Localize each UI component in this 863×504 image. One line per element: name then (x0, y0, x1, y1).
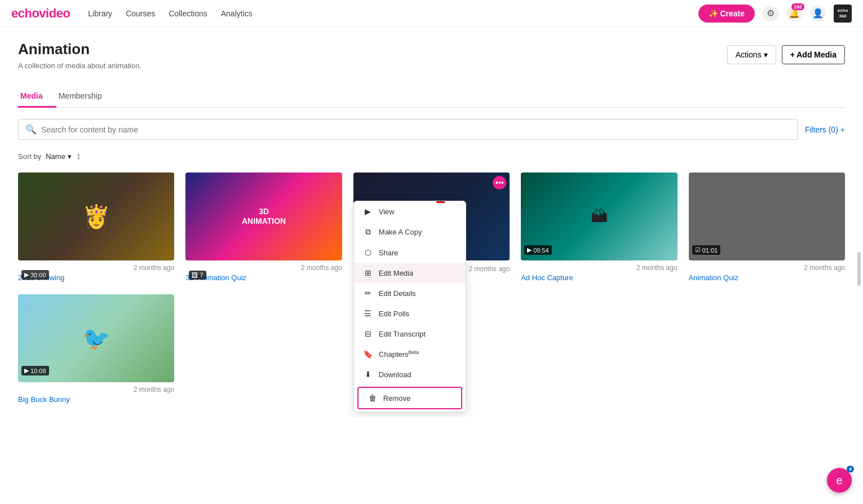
actions-button[interactable]: Actions ▾ (727, 45, 776, 64)
nav-links: Library Courses Collections Analytics (88, 9, 252, 18)
sort-value: Name (46, 152, 65, 161)
menu-label-download: Download (379, 370, 411, 379)
settings-icon[interactable]: ⚙ (763, 6, 778, 21)
menu-item-share[interactable]: ⬡ Share (354, 242, 466, 263)
share-icon: ⬡ (363, 248, 373, 257)
edit-details-icon: ✏ (363, 289, 373, 298)
media-card-5: ☑ 01:01 2 months ago Animation Quiz (689, 173, 845, 283)
media-name-6[interactable]: Big Buck Bunny (18, 395, 174, 404)
media-time-2: 2 months ago (185, 264, 342, 272)
menu-item-view[interactable]: ▶ View (354, 201, 466, 222)
notification-badge: 192 (791, 3, 804, 10)
menu-item-chapters[interactable]: 🔖 ChaptersBeta (354, 344, 466, 364)
chapters-icon: 🔖 (363, 350, 373, 359)
filters-label: Filters (0) (805, 125, 838, 134)
edit-transcript-icon: ⊟ (363, 329, 373, 338)
tabs: Media Membership (18, 86, 845, 108)
duration-badge-4: ▶ 09:54 (524, 245, 552, 255)
nav-courses[interactable]: Courses (126, 9, 155, 18)
duration-badge-2: 🖼 7 (189, 271, 206, 280)
edit-media-icon: ⊞ (363, 268, 373, 277)
sort-row: Sort by Name ▾ ↕ (18, 151, 845, 161)
media-name-5[interactable]: Animation Quiz (689, 273, 845, 282)
menu-label-edit-details: Edit Details (379, 289, 416, 298)
menu-item-edit-details[interactable]: ✏ Edit Details (354, 283, 466, 303)
media-thumb-2[interactable]: 3D ANIMATION (185, 173, 342, 260)
logo-text1: echo (11, 6, 39, 20)
sort-select[interactable]: Name ▾ (46, 152, 72, 161)
media-card-1: 👸 ▶ 30:00 2 months ago 2023 Showing (18, 173, 174, 283)
logo[interactable]: echovideo (11, 6, 70, 21)
media-name-2[interactable]: 3D Animation Quiz (185, 273, 342, 282)
nav-analytics[interactable]: Analytics (221, 9, 253, 18)
add-media-button[interactable]: + Add Media (782, 45, 845, 64)
nav-collections[interactable]: Collections (169, 9, 207, 18)
media-card-6: 🐦 ▶ 10:08 2 months ago Big Buck Bunny (18, 294, 174, 404)
view-icon: ▶ (363, 207, 373, 216)
user-icon[interactable]: 👤 (810, 6, 826, 21)
tab-media[interactable]: Media (18, 86, 56, 108)
menu-label-edit-polls: Edit Polls (379, 310, 409, 318)
menu-label-view: View (379, 207, 395, 216)
menu-label-edit-media: Edit Media (379, 269, 413, 277)
filters-button[interactable]: Filters (0) + (805, 125, 845, 134)
filters-plus-icon: + (840, 125, 845, 134)
sort-order-icon[interactable]: ↕ (76, 151, 81, 161)
media-time-5: 2 months ago (689, 264, 845, 272)
notifications-icon[interactable]: 🔔 192 (786, 6, 802, 21)
search-input[interactable] (41, 125, 791, 134)
scrollbar[interactable] (857, 252, 861, 286)
logo-text2: video (39, 6, 70, 20)
menu-item-remove[interactable]: 🗑 Remove ◀ (357, 387, 462, 409)
menu-label-share: Share (379, 249, 399, 257)
quiz-icon-5: ☑ (695, 246, 701, 254)
actions-label: Actions (736, 50, 762, 59)
main-nav: echovideo Library Courses Collections An… (0, 0, 863, 27)
page-title: Animation (18, 41, 141, 58)
menu-label-chapters: ChaptersBeta (379, 350, 419, 359)
media-menu-button-3[interactable]: ••• (493, 176, 506, 189)
sort-chevron-icon: ▾ (68, 152, 72, 161)
menu-label-copy: Make A Copy (379, 228, 422, 236)
image-icon-2: 🖼 (192, 272, 198, 278)
create-button[interactable]: ✨ Create (698, 5, 755, 23)
media-name-4[interactable]: Ad Hoc Capture (521, 273, 677, 282)
remove-wrapper: 🗑 Remove ◀ (354, 384, 466, 412)
tab-membership[interactable]: Membership (56, 86, 116, 108)
sort-by-label: Sort by (18, 152, 41, 161)
edit-polls-icon: ☰ (363, 309, 373, 318)
context-menu: ▲ ▶ View ⧉ Make A Copy ⬡ Share ⊞ Edit Me… (353, 201, 466, 412)
menu-label-edit-transcript: Edit Transcript (379, 330, 426, 338)
menu-item-edit-media[interactable]: ⊞ Edit Media (354, 263, 466, 283)
duration-badge-1: ▶ 30:00 (21, 270, 49, 280)
nav-library[interactable]: Library (88, 9, 112, 18)
page-content: Animation A collection of media about an… (0, 27, 863, 417)
chevron-down-icon: ▾ (764, 50, 768, 59)
download-icon: ⬇ (363, 370, 373, 379)
media-time-4: 2 months ago (521, 264, 677, 272)
arrow-up-indicator: ▲ (433, 201, 449, 206)
page-subtitle: A collection of media about animation. (18, 61, 141, 70)
media-card-4: 🏔 ▶ 09:54 2 months ago Ad Hoc Capture (521, 173, 677, 283)
play-icon-1: ▶ (24, 271, 29, 278)
media-card-2: 3D ANIMATION 🖼 7 2 months ago 3D Animati… (185, 173, 342, 283)
media-card-3: 🏰 ▶ 10:07 ••• ▲ ▶ View ⧉ Make A Copy (353, 173, 510, 283)
search-container: 🔍 (18, 119, 798, 140)
remove-icon: 🗑 (368, 394, 378, 403)
play-icon-4: ▶ (527, 246, 532, 254)
media-time-6: 2 months ago (18, 386, 174, 394)
copy-icon: ⧉ (363, 227, 373, 237)
menu-item-copy[interactable]: ⧉ Make A Copy (354, 222, 466, 242)
play-icon-6: ▶ (24, 367, 29, 374)
media-thumb-1[interactable]: 👸 (18, 173, 174, 260)
search-row: 🔍 Filters (0) + (18, 119, 845, 140)
search-icon: 🔍 (25, 124, 37, 135)
menu-item-edit-polls[interactable]: ☰ Edit Polls (354, 303, 466, 324)
media-grid: 👸 ▶ 30:00 2 months ago 2023 Showing 3D A… (18, 173, 845, 283)
echo360-logo: echo360 (834, 5, 852, 23)
menu-item-download[interactable]: ⬇ Download (354, 364, 466, 384)
duration-badge-5: ☑ 01:01 (692, 245, 721, 255)
duration-badge-6: ▶ 10:08 (21, 366, 49, 375)
menu-item-edit-transcript[interactable]: ⊟ Edit Transcript (354, 324, 466, 344)
nav-right: ✨ Create ⚙ 🔔 192 👤 echo360 (698, 5, 852, 23)
